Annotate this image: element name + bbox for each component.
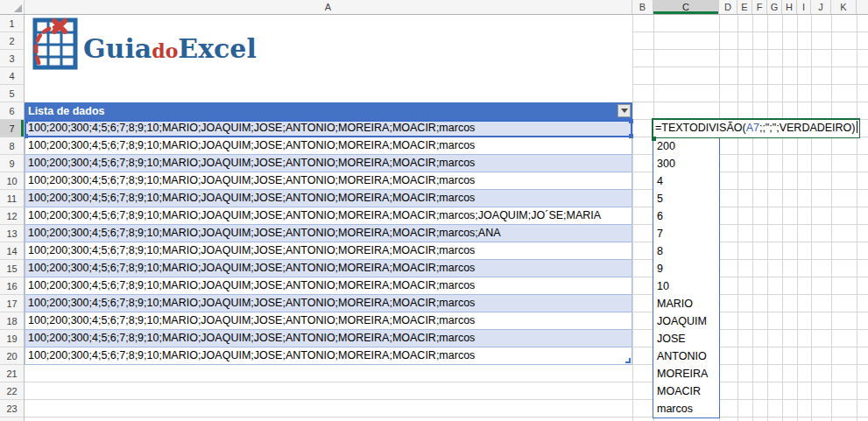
table-row-a10[interactable]: 100;200;300;4;5;6;7;8;9;10;MARIO;JOAQUIM… xyxy=(25,172,632,190)
table-row-a12[interactable]: 100;200;300;4;5;6;7;8;9;10;MARIO;JOAQUIM… xyxy=(25,207,632,225)
row-header-10[interactable]: 10 xyxy=(0,172,24,190)
logo-text-do: do xyxy=(152,39,178,62)
row-header-11[interactable]: 11 xyxy=(0,190,24,207)
spill-value-c10[interactable]: 4 xyxy=(653,172,719,190)
table-row-a9[interactable]: 100;200;300;4;5;6;7;8;9;10;MARIO;JOAQUIM… xyxy=(25,155,632,172)
row-header-23[interactable]: 23 xyxy=(0,400,24,417)
gridline-vertical xyxy=(782,15,783,421)
column-header-bar: A B C D E F G H I J K xyxy=(0,0,868,15)
spill-value-c20[interactable]: ANTONIO xyxy=(653,347,719,365)
column-header-e[interactable]: E xyxy=(737,0,752,14)
row-header-20[interactable]: 20 xyxy=(0,347,24,365)
column-header-f[interactable]: F xyxy=(752,0,767,14)
logo-text-excel: Excel xyxy=(178,33,257,64)
filter-dropdown-button[interactable] xyxy=(617,104,631,117)
spill-value-c8[interactable]: 200 xyxy=(653,137,719,155)
logo-wordmark: GuiadoExcel xyxy=(83,33,257,72)
spill-value-c9[interactable]: 300 xyxy=(653,155,719,172)
active-cell-handle[interactable] xyxy=(652,137,656,141)
table-body: 100;200;300;4;5;6;7;8;9;10;MARIO;JOAQUIM… xyxy=(25,120,632,365)
formula-text: ;;";";VERDADEIRO) xyxy=(759,122,856,134)
spill-value-c21[interactable]: MOREIRA xyxy=(653,365,719,382)
table-header-label: Lista de dados xyxy=(28,105,105,117)
table-row-a16[interactable]: 100;200;300;4;5;6;7;8;9;10;MARIO;JOAQUIM… xyxy=(25,277,632,295)
row-header-22[interactable]: 22 xyxy=(0,382,24,400)
spill-value-c17[interactable]: MARIO xyxy=(653,295,719,312)
filter-dropdown-icon xyxy=(621,109,628,113)
table-resize-handle[interactable] xyxy=(625,358,631,363)
gridline-vertical xyxy=(831,15,832,421)
spill-value-c23[interactable]: marcos xyxy=(653,400,719,417)
table-header-row[interactable]: Lista de dados xyxy=(25,102,632,120)
text-cursor xyxy=(857,121,857,133)
gridline-vertical xyxy=(797,15,798,421)
gridline-vertical xyxy=(752,15,753,421)
spill-value-c19[interactable]: JOSE xyxy=(653,330,719,347)
row-header-6[interactable]: 6 xyxy=(0,102,24,120)
table-row-a19[interactable]: 100;200;300;4;5;6;7;8;9;10;MARIO;JOAQUIM… xyxy=(25,330,632,347)
row-header-21[interactable]: 21 xyxy=(0,365,24,382)
gridline-vertical xyxy=(857,15,857,421)
table-row-a14[interactable]: 100;200;300;4;5;6;7;8;9;10;MARIO;JOAQUIM… xyxy=(25,242,632,260)
column-header-k[interactable]: K xyxy=(831,0,857,14)
table-row-a17[interactable]: 100;200;300;4;5;6;7;8;9;10;MARIO;JOAQUIM… xyxy=(25,295,632,312)
spill-value-c14[interactable]: 8 xyxy=(653,242,719,260)
data-table: Lista de dados 100;200;300;4;5;6;7;8;9;1… xyxy=(25,102,632,365)
row-header-5[interactable]: 5 xyxy=(0,85,24,102)
gridline-vertical xyxy=(811,15,812,421)
row-header-24-partial xyxy=(0,417,24,421)
column-header-d[interactable]: D xyxy=(719,0,737,14)
row-header-14[interactable]: 14 xyxy=(0,242,24,260)
column-header-i[interactable]: I xyxy=(797,0,811,14)
spill-value-c22[interactable]: MOACIR xyxy=(653,382,719,400)
formula-edit-cell-c7[interactable]: =TEXTODIVISÃO(A7;;";";VERDADEIRO) xyxy=(652,118,860,138)
spill-value-c16[interactable]: 10 xyxy=(653,277,719,295)
gridline-vertical xyxy=(767,15,768,421)
row-header-12[interactable]: 12 xyxy=(0,207,24,225)
guia-do-excel-logo: GuiadoExcel xyxy=(29,18,257,72)
select-all-icon xyxy=(14,4,22,12)
row-header-19[interactable]: 19 xyxy=(0,330,24,347)
row-header-3[interactable]: 3 xyxy=(0,50,24,67)
column-header-g[interactable]: G xyxy=(767,0,782,14)
spill-value-c12[interactable]: 6 xyxy=(653,207,719,225)
spreadsheet: A B C D E F G H I J K 1 2 3 4 5 6 7 8 9 … xyxy=(0,0,868,421)
column-header-a[interactable]: A xyxy=(25,0,632,14)
gridline-vertical xyxy=(737,15,738,421)
row-header-18[interactable]: 18 xyxy=(0,312,24,330)
gridline-vertical xyxy=(632,15,633,421)
table-row-a18[interactable]: 100;200;300;4;5;6;7;8;9;10;MARIO;JOAQUIM… xyxy=(25,312,632,330)
row-header-17[interactable]: 17 xyxy=(0,295,24,312)
select-all-button[interactable] xyxy=(0,0,25,14)
row-header-1[interactable]: 1 xyxy=(0,15,24,32)
row-header-2[interactable]: 2 xyxy=(0,32,24,50)
column-header-b[interactable]: B xyxy=(632,0,653,14)
table-row-a15[interactable]: 100;200;300;4;5;6;7;8;9;10;MARIO;JOAQUIM… xyxy=(25,260,632,277)
spill-value-c11[interactable]: 5 xyxy=(653,190,719,207)
row-header-8[interactable]: 8 xyxy=(0,137,24,155)
logo-spreadsheet-icon xyxy=(29,18,80,72)
row-header-15[interactable]: 15 xyxy=(0,260,24,277)
logo-text-guia: Guia xyxy=(83,33,152,64)
table-row-a13[interactable]: 100;200;300;4;5;6;7;8;9;10;MARIO;JOAQUIM… xyxy=(25,225,632,242)
spill-value-c13[interactable]: 7 xyxy=(653,225,719,242)
row-header-9[interactable]: 9 xyxy=(0,155,24,172)
spill-range: 200 300 4 5 6 7 8 9 10 MARIO JOAQUIM JOS… xyxy=(653,137,720,418)
table-row-a8[interactable]: 100;200;300;4;5;6;7;8;9;10;MARIO;JOAQUIM… xyxy=(25,137,632,155)
row-header-13[interactable]: 13 xyxy=(0,225,24,242)
table-row-a20[interactable]: 100;200;300;4;5;6;7;8;9;10;MARIO;JOAQUIM… xyxy=(25,347,632,365)
formula-cell-reference: A7 xyxy=(746,122,759,134)
table-row-a7[interactable]: 100;200;300;4;5;6;7;8;9;10;MARIO;JOAQUIM… xyxy=(25,120,632,137)
spill-value-c18[interactable]: JOAQUIM xyxy=(653,312,719,330)
column-header-c[interactable]: C xyxy=(653,0,719,14)
column-header-j[interactable]: J xyxy=(811,0,831,14)
row-header-16[interactable]: 16 xyxy=(0,277,24,295)
row-header-4[interactable]: 4 xyxy=(0,67,24,85)
row-header-7[interactable]: 7 xyxy=(0,120,24,137)
spill-value-c15[interactable]: 9 xyxy=(653,260,719,277)
table-row-a11[interactable]: 100;200;300;4;5;6;7;8;9;10;MARIO;JOAQUIM… xyxy=(25,190,632,207)
row-header-bar: 1 2 3 4 5 6 7 8 9 10 11 12 13 14 15 16 1… xyxy=(0,15,25,421)
column-header-h[interactable]: H xyxy=(782,0,797,14)
column-header-partial xyxy=(857,0,868,14)
formula-text: =TEXTODIVISÃO( xyxy=(655,122,746,134)
